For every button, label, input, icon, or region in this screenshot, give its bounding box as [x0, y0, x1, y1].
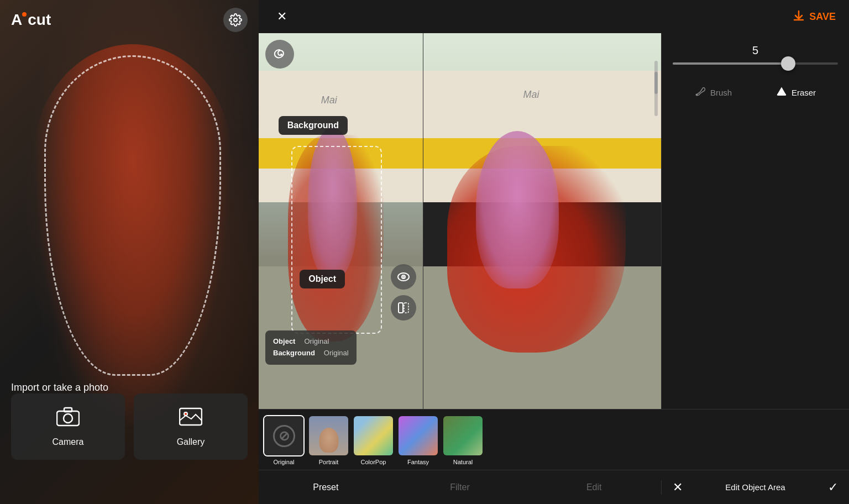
slider-thumb[interactable] — [781, 56, 795, 71]
editor-right: Mai — [423, 33, 661, 409]
preset-label-portrait: Portrait — [319, 459, 338, 465]
gallery-icon — [179, 407, 202, 432]
slider-fill — [673, 62, 792, 65]
svg-point-7 — [280, 54, 282, 56]
object-value: Original — [304, 336, 329, 348]
save-label: SAVE — [809, 11, 836, 23]
moped-selection-dashed — [291, 146, 381, 334]
tool-buttons: Brush Eraser — [662, 81, 849, 115]
no-preset-icon: ⊘ — [273, 425, 295, 447]
preset-thumb-colorpop[interactable] — [353, 415, 394, 456]
svg-point-6 — [185, 413, 187, 415]
visibility-button[interactable] — [391, 264, 416, 290]
save-button[interactable]: SAVE — [793, 9, 836, 24]
person2-on-moped — [476, 131, 559, 289]
preset-label-natural: Natural — [453, 459, 473, 465]
tab-edit[interactable]: Edit — [527, 482, 661, 492]
edit-object-label: Edit Object Area — [725, 482, 785, 492]
background-value: Original — [324, 348, 349, 359]
preset-thumb-portrait[interactable] — [308, 415, 349, 456]
brush-icon — [695, 86, 706, 99]
preset-original[interactable]: ⊘ Original — [263, 415, 305, 465]
brush-button[interactable]: Brush — [686, 81, 741, 104]
import-text: Import or take a photo — [11, 382, 108, 393]
gallery-button[interactable]: Gallery — [134, 393, 248, 460]
preset-label-colorpop: ColorPop — [361, 459, 386, 465]
preset-colorpop[interactable]: ColorPop — [353, 415, 394, 465]
app-logo: A cut — [11, 11, 51, 29]
close-button[interactable]: ✕ — [272, 7, 292, 27]
preset-thumb-fantasy[interactable] — [397, 415, 439, 456]
tab-preset[interactable]: Preset — [259, 482, 393, 492]
settings-button[interactable] — [223, 8, 248, 32]
logo-dot — [22, 12, 27, 17]
gallery-label: Gallery — [177, 437, 205, 447]
slider-section: 5 — [662, 33, 849, 81]
download-icon — [793, 9, 805, 24]
camera-label: Camera — [53, 437, 84, 447]
bottom-tabs: Preset Filter Edit — [259, 482, 661, 492]
eraser-label: Eraser — [792, 88, 816, 97]
bottom-bar: Preset Filter Edit ✕ Edit Object Area ✓ — [259, 470, 849, 504]
logo-a: A — [11, 11, 22, 29]
preset-portrait[interactable]: Portrait — [308, 415, 349, 465]
slider-value: 5 — [673, 44, 838, 57]
camera-icon — [56, 407, 80, 432]
svg-point-10 — [403, 276, 405, 278]
action-buttons: Camera Gallery — [11, 393, 248, 460]
svg-rect-12 — [404, 303, 408, 313]
scroll-indicator — [654, 61, 658, 116]
info-panel: Object Original Background Original — [265, 330, 357, 365]
preset-natural[interactable]: Natural — [442, 415, 484, 465]
svg-point-2 — [64, 414, 72, 423]
preset-label-original: Original — [274, 459, 295, 465]
logo-cut: cut — [28, 11, 51, 29]
selection-outline — [44, 55, 221, 376]
background-label: Background — [273, 348, 315, 359]
top-bar: ✕ SAVE — [259, 0, 849, 33]
svg-rect-11 — [399, 303, 403, 313]
preset-label-fantasy: Fantasy — [407, 459, 429, 465]
left-panel: A cut Import or take a photo Camera — [0, 0, 259, 504]
gear-icon — [229, 13, 242, 27]
tab-filter[interactable]: Filter — [393, 482, 527, 492]
slider-track[interactable] — [673, 62, 838, 65]
right-panel: 5 Brush — [661, 33, 849, 409]
brush-label: Brush — [710, 88, 732, 97]
editor-area: Mai Background Object — [259, 33, 849, 409]
preset-fantasy[interactable]: Fantasy — [397, 415, 439, 465]
preset-thumb-natural[interactable] — [442, 415, 484, 456]
bottom-right-area: ✕ Edit Object Area ✓ — [661, 480, 849, 495]
scroll-thumb[interactable] — [654, 72, 658, 94]
preset-thumb-original[interactable]: ⊘ — [263, 415, 305, 456]
confirm-button[interactable]: ✓ — [828, 480, 838, 495]
svg-point-13 — [695, 94, 698, 96]
swirl-button[interactable] — [265, 40, 294, 69]
cancel-button[interactable]: ✕ — [673, 480, 683, 495]
main-area: ✕ SAVE Mai — [259, 0, 849, 504]
portrait-face — [319, 428, 338, 453]
eraser-button[interactable]: Eraser — [767, 81, 825, 104]
camera-button[interactable]: Camera — [11, 393, 125, 460]
svg-point-0 — [234, 18, 237, 22]
object-label: Object — [273, 336, 295, 348]
split-view-button[interactable] — [391, 295, 416, 321]
eraser-icon — [776, 86, 787, 99]
left-top-bar: A cut — [0, 0, 259, 40]
editor-right-icons — [391, 264, 416, 321]
editor-left: Mai Background Object — [259, 33, 423, 409]
presets-area: ⊘ Original Portrait ColorPop — [259, 409, 849, 470]
svg-rect-14 — [777, 94, 786, 96]
svg-rect-3 — [64, 408, 72, 412]
